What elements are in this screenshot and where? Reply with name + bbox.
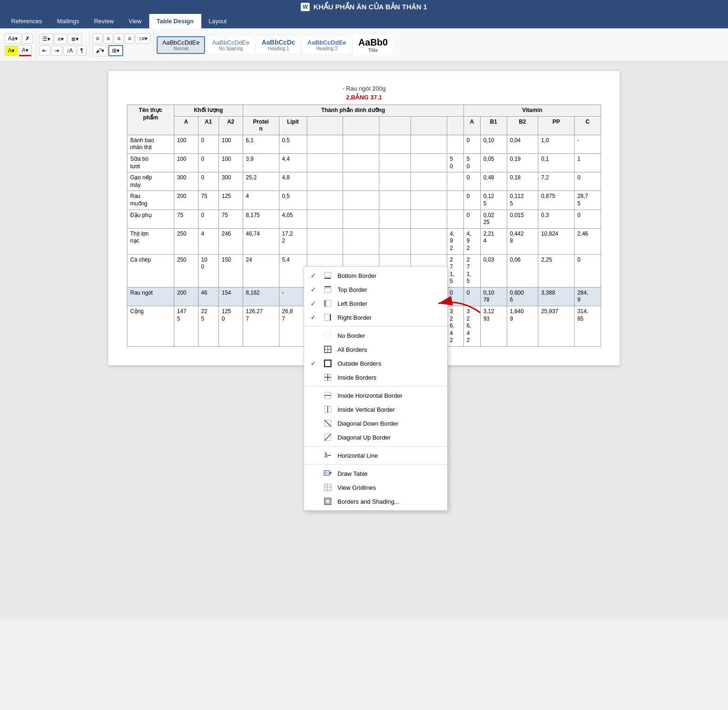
svg-rect-8 <box>324 332 331 339</box>
menu-item-horizontal-line[interactable]: A A Horizontal Line <box>304 448 447 462</box>
bullets-button[interactable]: ☰▾ <box>39 34 53 44</box>
show-para-button[interactable]: ¶ <box>77 46 86 56</box>
cell-protein: 3,9 <box>243 153 279 172</box>
cell-lipit: 0.5 <box>279 135 307 153</box>
menu-item-inside-v-border[interactable]: Inside Vertical Border <box>304 402 447 416</box>
cell-n2 <box>343 135 379 153</box>
menu-references[interactable]: References <box>4 14 49 28</box>
multilevel-button[interactable]: ≣▾ <box>68 34 82 44</box>
font-size-button[interactable]: Aa▾ <box>5 33 21 44</box>
cell-n3 <box>379 191 410 210</box>
cell-a1: 46 <box>198 287 218 306</box>
cell-pp: 0.3 <box>538 210 575 228</box>
cell-n2 <box>343 210 379 228</box>
menu-item-top-border[interactable]: ✓ Top Border <box>304 283 447 296</box>
menu-review[interactable]: Review <box>86 14 121 28</box>
menu-item-draw-table[interactable]: Draw Table <box>304 467 447 480</box>
cell-protein: 24 <box>243 254 279 287</box>
increase-indent-button[interactable]: ⇥ <box>51 46 62 56</box>
cell-pp: 0,1 <box>538 153 575 172</box>
style-h2-label: AaBbCcDdEe <box>307 39 346 46</box>
title-bar: W KHẨU PHẦN ĂN CỦA BẢN THÂN 1 <box>0 0 728 14</box>
label-horizontal-line: Horizontal Line <box>338 452 378 459</box>
sort-button[interactable]: ↕A <box>63 46 76 56</box>
label-diagonal-up-border: Diagonal Up Border <box>338 434 390 441</box>
svg-rect-7 <box>324 314 329 321</box>
cell-a1: 0 <box>198 135 218 153</box>
red-arrow-indicator <box>434 289 490 319</box>
cell-a2: 150 <box>218 254 243 287</box>
menu-item-left-border[interactable]: ✓ Left Border <box>304 296 447 310</box>
cell-n4 <box>410 172 447 191</box>
align-right-button[interactable]: ≡ <box>114 33 124 44</box>
style-no-spacing[interactable]: AaBbCcDdEe No Spacing <box>207 37 254 53</box>
menu-item-inside-h-border[interactable]: Inside Horizontal Border <box>304 388 447 402</box>
svg-rect-31 <box>324 484 331 491</box>
font-color-button[interactable]: A▾ <box>19 45 32 56</box>
menu-layout[interactable]: Layout <box>201 14 234 28</box>
cell-food: Gạo nếpmáy <box>127 172 174 191</box>
cell-c: 314,65 <box>574 306 601 347</box>
menu-view[interactable]: View <box>121 14 149 28</box>
borders-button[interactable]: ⊞▾ <box>108 45 123 56</box>
cell-lipit: - <box>279 287 307 306</box>
cell-a2: 75 <box>218 210 243 228</box>
cell-food: Sữa bòtươi <box>127 153 174 172</box>
cell-a: 100 <box>174 153 198 172</box>
right-border-icon <box>323 313 333 322</box>
menu-mailings[interactable]: Mailings <box>49 14 86 28</box>
numbering-button[interactable]: ≡▾ <box>54 34 67 44</box>
col-a: A <box>174 116 198 135</box>
cell-b1: 0,05 <box>480 153 507 172</box>
menu-item-diagonal-up-border[interactable]: Diagonal Up Border <box>304 430 447 444</box>
diagonal-down-border-icon <box>323 419 333 427</box>
top-border-icon <box>323 285 333 294</box>
style-title-sublabel: Title <box>358 48 388 53</box>
justify-button[interactable]: ≡ <box>125 33 134 44</box>
menu-item-outside-borders[interactable]: ✓ Outside Borders <box>304 356 447 370</box>
cell-a2: 1250 <box>218 306 243 347</box>
cell-n4 <box>410 210 447 228</box>
menu-item-no-border[interactable]: No Border <box>304 329 447 342</box>
style-title-label: AaBb0 <box>358 37 388 48</box>
menu-item-borders-shading[interactable]: Borders and Shading... <box>304 494 447 508</box>
menu-item-inside-borders[interactable]: Inside Borders <box>304 370 447 384</box>
cell-a1: 100 <box>198 254 218 287</box>
cell-n4 <box>410 153 447 172</box>
style-normal[interactable]: AaBbCcDdEe Normal <box>157 36 205 54</box>
table-row: Đậu phụ 75 0 75 8,175 4,05 0 0,0225 0,01… <box>127 210 601 228</box>
cell-c: 2,46 <box>574 228 601 254</box>
cell-n1 <box>307 228 343 254</box>
divider-2 <box>304 386 447 387</box>
ribbon-font-group: Aa▾ ✗ A▾ A▾ <box>4 31 36 59</box>
style-h2-sublabel: Heading 2 <box>307 46 346 51</box>
menu-item-view-gridlines[interactable]: View Gridlines <box>304 480 447 494</box>
decrease-indent-button[interactable]: ⇤ <box>39 46 50 56</box>
shading-button[interactable]: 🖌▾ <box>93 45 107 56</box>
menu-item-all-borders[interactable]: All Borders <box>304 342 447 356</box>
menu-item-diagonal-down-border[interactable]: Diagonal Down Border <box>304 416 447 430</box>
label-no-border: No Border <box>338 332 365 339</box>
menu-table-design[interactable]: Table Design <box>149 14 201 28</box>
cell-c: 1 <box>574 153 601 172</box>
borders-shading-icon <box>323 497 333 506</box>
style-title[interactable]: AaBb0 Title <box>353 35 393 55</box>
align-center-button[interactable]: ≡ <box>103 33 113 44</box>
menu-item-right-border[interactable]: ✓ Right Border <box>304 310 447 324</box>
style-heading1[interactable]: AaBbCcDc Heading 1 <box>257 36 300 53</box>
col-b1: B1 <box>480 116 507 135</box>
style-heading2[interactable]: AaBbCcDdEe Heading 2 <box>302 37 351 53</box>
label-inside-v-border: Inside Vertical Border <box>338 406 395 413</box>
line-spacing-button[interactable]: ↕≡▾ <box>135 33 151 44</box>
svg-rect-4 <box>324 300 325 307</box>
cell-a1: 0 <box>198 210 218 228</box>
inside-h-border-icon <box>323 391 333 400</box>
cell-n1 <box>307 210 343 228</box>
svg-line-21 <box>324 420 331 427</box>
highlight-button[interactable]: A▾ <box>5 46 18 56</box>
menu-item-bottom-border[interactable]: ✓ Bottom Border <box>304 269 447 283</box>
cell-a: 200 <box>174 191 198 210</box>
clear-format-button[interactable]: ✗ <box>22 33 33 44</box>
align-left-button[interactable]: ≡ <box>93 33 102 44</box>
cell-b2: 0,06 <box>507 254 538 287</box>
